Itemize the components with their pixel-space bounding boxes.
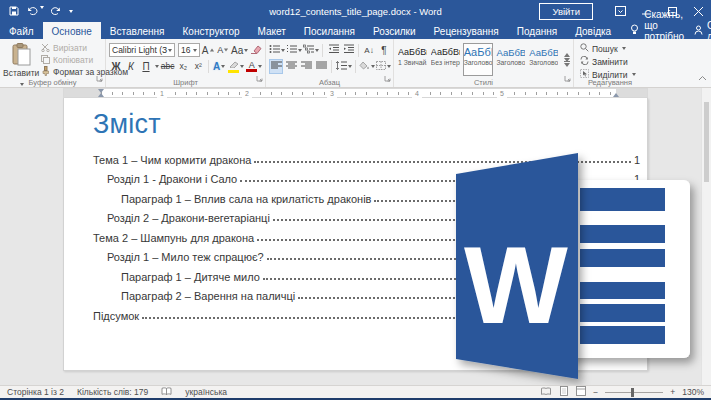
shrink-arrow-icon	[224, 49, 228, 52]
tell-me-box[interactable]: Скажіть, що потрібно зробити	[620, 22, 694, 39]
shrink-font-button[interactable]: А	[216, 43, 230, 58]
zoom-slider-thumb[interactable]	[631, 388, 634, 397]
font-size-combobox[interactable]: 16	[178, 43, 200, 57]
format-painter-button[interactable]: Формат за зразком	[41, 66, 103, 78]
text-effects-button[interactable]: А	[212, 59, 226, 74]
ribbon-tab-bar: Файл Основне Вставлення Конструктор Маке…	[0, 22, 711, 39]
style-sample: АаБбВаГ	[529, 46, 558, 59]
align-right-button[interactable]	[299, 59, 313, 74]
copy-button[interactable]: Копіювати	[41, 54, 103, 66]
numbered-caret-icon	[298, 49, 302, 52]
toc-entry-text: Тема 1 – Чим кормити дракона	[93, 154, 251, 166]
change-case-letters: Аа	[231, 45, 243, 56]
change-case-button[interactable]: Аа	[231, 43, 248, 58]
redo-icon[interactable]	[51, 6, 61, 16]
read-mode-view-icon[interactable]	[540, 387, 552, 398]
style-card-heading3[interactable]: АаБбВаГ Заголово...	[528, 43, 559, 76]
zoom-slider[interactable]	[605, 392, 663, 393]
line-spacing-button[interactable]	[335, 59, 352, 74]
web-layout-view-icon[interactable]	[576, 386, 586, 398]
increase-indent-button[interactable]	[341, 43, 355, 58]
minimize-button[interactable]	[633, 0, 659, 22]
dialog-launcher-icon[interactable]	[256, 68, 263, 86]
bold-button[interactable]: Ж	[109, 59, 123, 74]
style-label: 1 Звичай...	[398, 59, 427, 66]
ruler-number: 4	[412, 90, 422, 98]
save-icon[interactable]	[9, 6, 19, 16]
style-card-normal[interactable]: АаБбВгГг, 1 Звичай...	[397, 43, 428, 76]
tab-view[interactable]: Подання	[508, 22, 566, 39]
font-name-combobox[interactable]: Calibri Light (З	[109, 43, 175, 57]
zoom-in-button[interactable]: +	[670, 387, 675, 397]
numbered-list-button[interactable]	[286, 43, 302, 58]
replace-button[interactable]: Замінити	[580, 55, 644, 68]
share-button[interactable]: Спільний доступ	[694, 22, 711, 39]
tab-insert[interactable]: Вставлення	[101, 22, 174, 39]
tab-review[interactable]: Рецензування	[425, 22, 508, 39]
tab-references[interactable]: Посилання	[295, 22, 364, 39]
undo-caret-icon[interactable]	[40, 6, 44, 9]
ribbon-spacer	[646, 39, 711, 87]
dialog-launcher-icon[interactable]	[564, 68, 571, 86]
language-indicator[interactable]: українська	[185, 387, 227, 397]
bullet-list-button[interactable]	[269, 43, 285, 58]
align-left-button[interactable]	[269, 59, 283, 74]
right-indent-marker[interactable]	[613, 93, 619, 97]
zoom-out-button[interactable]: −	[593, 387, 598, 397]
clear-formatting-button[interactable]	[249, 43, 263, 58]
decrease-indent-button[interactable]	[326, 43, 340, 58]
subscript-button[interactable]: х₂	[176, 59, 190, 74]
word-count[interactable]: Кількість слів: 179	[77, 387, 148, 397]
tab-help[interactable]: Довідка	[566, 22, 620, 39]
sign-in-button[interactable]: Увійти	[539, 3, 593, 20]
align-center-button[interactable]	[284, 59, 298, 74]
find-button[interactable]: Пошук	[580, 42, 644, 55]
collapse-ribbon-icon[interactable]	[698, 67, 707, 85]
customize-qat-icon[interactable]	[68, 10, 73, 13]
page-indicator[interactable]: Сторінка 1 із 2	[7, 387, 64, 397]
underline-caret-icon[interactable]	[155, 65, 159, 68]
text-effects-caret-icon	[221, 65, 225, 68]
styles-gallery-more-icon[interactable]	[564, 63, 570, 67]
font-size-caret-icon	[193, 49, 197, 52]
multilevel-list-button[interactable]	[303, 43, 319, 58]
tab-home[interactable]: Основне	[43, 22, 101, 39]
replace-label: Замінити	[592, 57, 628, 67]
left-indent-marker[interactable]	[98, 93, 104, 97]
shading-button[interactable]	[359, 59, 375, 74]
highlight-button[interactable]	[227, 59, 244, 74]
proofing-status[interactable]	[161, 387, 172, 398]
justify-button[interactable]	[314, 59, 328, 74]
tab-file[interactable]: Файл	[0, 22, 43, 39]
horizontal-ruler[interactable]: 1 2 3 4 5	[0, 88, 711, 98]
strikethrough-button[interactable]: abc	[160, 59, 175, 74]
print-layout-view-icon[interactable]	[559, 386, 569, 398]
align-center-icon	[286, 61, 297, 72]
ribbon-display-options-icon[interactable]	[607, 0, 633, 22]
underline-button[interactable]: П	[139, 59, 153, 74]
zoom-level[interactable]: 130%	[682, 387, 704, 397]
word-logo: W	[450, 148, 705, 385]
maximize-button[interactable]	[659, 0, 685, 22]
line-spacing-caret-icon	[348, 65, 352, 68]
style-sample: АаБбВі	[464, 46, 493, 59]
tab-mailings[interactable]: Розсилки	[364, 22, 425, 39]
style-card-heading1[interactable]: АаБбВі Заголово...	[463, 43, 494, 76]
style-card-heading2[interactable]: АаБбВаГ Заголово...	[495, 43, 526, 76]
grow-font-button[interactable]: А	[201, 43, 215, 58]
style-card-no-spacing[interactable]: АаБбВгГг, Без інтере...	[430, 43, 461, 76]
close-button[interactable]	[685, 0, 711, 22]
cut-button[interactable]: Вирізати	[41, 42, 103, 54]
group-paragraph: А↓ ¶ Абзац	[266, 39, 394, 87]
styles-scroll-up-icon[interactable]	[564, 53, 570, 57]
dialog-launcher-icon[interactable]	[384, 68, 391, 86]
superscript-button[interactable]: х²	[191, 59, 205, 74]
show-formatting-marks-button[interactable]: ¶	[377, 43, 391, 58]
tab-layout[interactable]: Макет	[249, 22, 295, 39]
tab-design[interactable]: Конструктор	[174, 22, 249, 39]
sort-button[interactable]: А↓	[362, 43, 376, 58]
undo-icon[interactable]	[26, 6, 44, 16]
style-sample: АаБбВаГ	[496, 46, 525, 59]
dialog-launcher-icon[interactable]	[96, 68, 103, 86]
italic-button[interactable]: К	[124, 59, 138, 74]
